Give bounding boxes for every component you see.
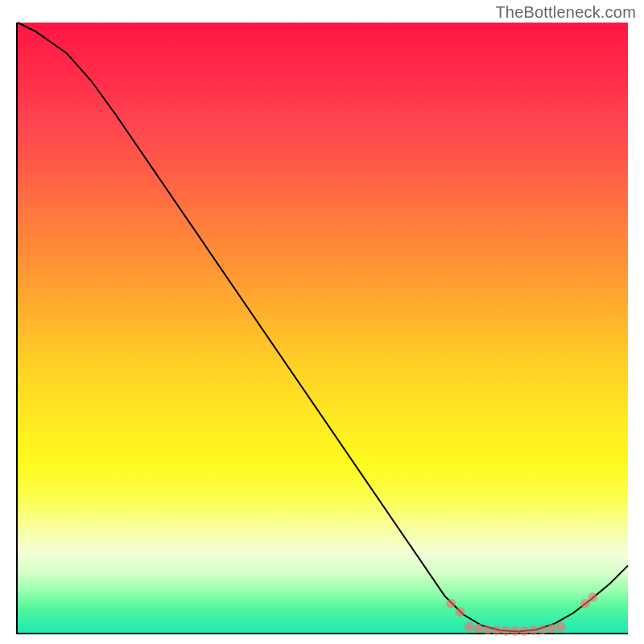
chart-container: TheBottleneck.com <box>0 0 644 644</box>
marker-dot <box>501 626 510 636</box>
marker-dot <box>446 599 456 609</box>
marker-dot <box>464 621 474 631</box>
marker-dot <box>547 624 556 634</box>
marker-dot <box>529 625 539 635</box>
marker-dot <box>510 626 520 636</box>
plot-area <box>16 23 628 634</box>
marker-dot <box>492 625 502 635</box>
marker-dot <box>519 626 529 636</box>
marker-dot <box>588 592 597 602</box>
watermark-text: TheBottleneck.com <box>495 3 636 22</box>
marker-dot <box>483 625 493 634</box>
marker-dot <box>538 625 547 634</box>
marker-dot <box>556 621 566 631</box>
marker-dot <box>456 607 465 617</box>
line-series <box>18 23 628 631</box>
chart-svg <box>18 23 628 633</box>
markers-group <box>446 592 597 636</box>
marker-dot <box>473 624 483 634</box>
